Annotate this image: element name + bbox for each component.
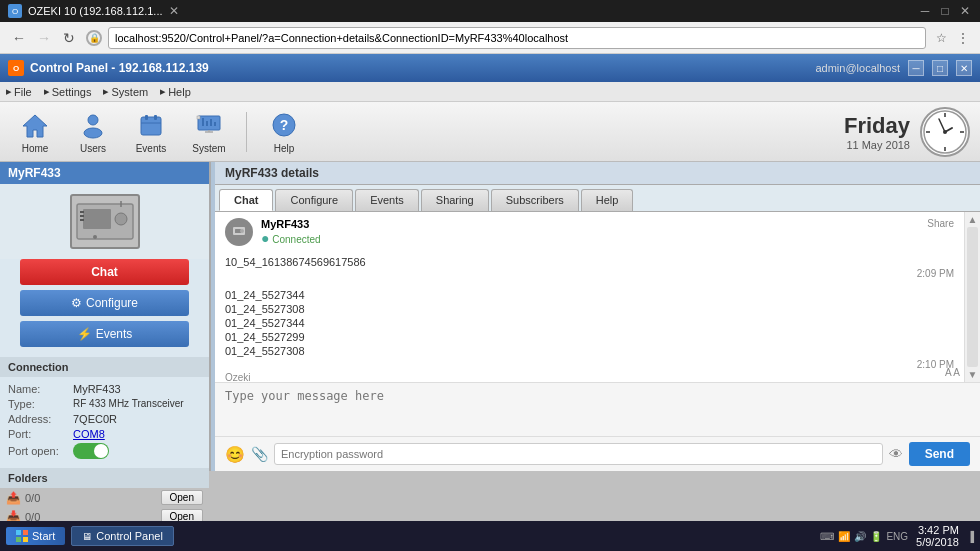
tab-events[interactable]: Events [355,189,419,211]
svg-rect-8 [197,116,200,119]
main-content: MyRF433 Chat ⚙ Configure [0,162,980,471]
clock [920,107,970,157]
toolbar-events-button[interactable]: Events [126,107,176,157]
menu-help[interactable]: ▸ Help [160,85,191,98]
right-panel: MyRF433 details Chat Configure Events Sh… [215,162,980,471]
port-open-label: Port open: [8,445,73,457]
tab-chat[interactable]: Chat [219,189,273,211]
events-button[interactable]: ⚡ Events [20,321,189,347]
font-size-control[interactable]: A A [945,367,960,378]
app-logo: O [8,60,24,76]
svg-rect-36 [16,530,21,535]
toolbar-events-label: Events [136,143,167,154]
menu-system[interactable]: ▸ System [103,85,148,98]
device-icon [70,194,140,249]
outbox-icon: 📤 [6,491,21,505]
attach-button[interactable]: 📎 [251,446,268,462]
chat-messages-wrapper: MyRF433 ● Connected Share 10_54_16138674… [215,212,980,382]
bookmark-icon[interactable]: ☆ [932,29,950,47]
share-button[interactable]: Share [927,218,954,229]
svg-rect-30 [80,211,84,213]
svg-rect-10 [206,121,208,126]
show-desktop-button[interactable]: ▐ [967,531,974,542]
sidebar: MyRF433 Chat ⚙ Configure [0,162,210,471]
toolbar-users-label: Users [80,143,106,154]
chat-input-area: 😊 📎 👁 Send [215,382,980,471]
browser-favicon: O [8,4,22,18]
toolbar-separator [246,112,247,152]
chat-header-msg: MyRF433 ● Connected Share [225,218,954,246]
toolbar-users-button[interactable]: Users [68,107,118,157]
tab-subscribers[interactable]: Subscribers [491,189,579,211]
user-label: admin@localhost [815,62,900,74]
app-minimize-button[interactable]: ─ [908,60,924,76]
configure-icon: ⚙ [71,296,82,310]
address-value: 7QEC0R [73,413,117,425]
svg-rect-12 [214,122,216,126]
port-open-toggle[interactable] [73,443,109,459]
browser-menu-icon[interactable]: ⋮ [954,29,972,47]
close-icon[interactable]: ✕ [958,4,972,18]
tab-sharing[interactable]: Sharing [421,189,489,211]
chat-textarea[interactable] [215,383,980,433]
panel-title: MyRF433 details [215,162,980,185]
browser-bar: ← → ↻ 🔒 ☆ ⋮ [0,22,980,54]
restore-icon[interactable]: □ [938,4,952,18]
address-bar[interactable] [108,27,926,49]
msg-2-text-4: 01_24_5527299 [225,331,954,343]
scroll-up-button[interactable]: ▲ [965,214,980,225]
toolbar-system-button[interactable]: System [184,107,234,157]
toolbar-help-label: Help [274,143,295,154]
taskbar-system-icons: ⌨ 📶 🔊 🔋 ENG [820,531,908,542]
app-close-button[interactable]: ✕ [956,60,972,76]
emoji-button[interactable]: 😊 [225,445,245,464]
msg-2-text-5: 01_24_5527308 [225,345,954,357]
configure-button[interactable]: ⚙ Configure [20,290,189,316]
nav-forward-button[interactable]: → [33,27,55,49]
app-title: Control Panel - 192.168.112.139 [30,61,209,75]
start-button[interactable]: Start [6,527,65,545]
msg-2-text-2: 01_24_5527308 [225,303,954,315]
svg-rect-39 [23,537,28,542]
port-label: Port: [8,428,73,440]
outbox-count: 0/0 [25,492,40,504]
outbox-open-button[interactable]: Open [161,490,203,505]
taskbar: Start 🖥 Control Panel ⌨ 📶 🔊 🔋 ENG 3:42 P… [0,521,980,551]
chat-messages-scroll[interactable]: MyRF433 ● Connected Share 10_54_16138674… [215,212,964,382]
volume-icon: 🔊 [854,531,866,542]
tab-configure[interactable]: Configure [275,189,353,211]
app-restore-button[interactable]: □ [932,60,948,76]
toolbar-help-button[interactable]: ? Help [259,107,309,157]
scroll-down-button[interactable]: ▼ [965,369,980,380]
encryption-input[interactable] [274,443,883,465]
message-2: 01_24_5527344 01_24_5527308 01_24_552734… [225,289,954,370]
connection-props: Name: MyRF433 Type: RF 433 MHz Transceiv… [0,377,209,468]
panel-tabs: Chat Configure Events Sharing Subscriber… [215,185,980,212]
svg-rect-5 [154,115,157,120]
menu-file[interactable]: ▸ File [6,85,32,98]
taskbar-app[interactable]: 🖥 Control Panel [71,526,174,546]
nav-refresh-button[interactable]: ↻ [58,27,80,49]
toolbar-home-button[interactable]: Home [10,107,60,157]
port-value[interactable]: COM8 [73,428,105,440]
msg-2-text-3: 01_24_5527344 [225,317,954,329]
msg-2-text-1: 01_24_5527344 [225,289,954,301]
tab-close-icon[interactable]: ✕ [169,4,179,18]
lang-label: ENG [886,531,908,542]
eye-icon[interactable]: 👁 [889,446,903,462]
tab-help[interactable]: Help [581,189,634,211]
minimize-icon[interactable]: ─ [918,4,932,18]
name-label: Name: [8,383,73,395]
svg-rect-31 [80,215,84,217]
chat-button[interactable]: Chat [20,259,189,285]
svg-rect-3 [141,117,161,135]
send-button[interactable]: Send [909,442,970,466]
app-title-bar: O Control Panel - 192.168.112.139 admin@… [0,54,980,82]
keyboard-icon: ⌨ [820,531,834,542]
nav-back-button[interactable]: ← [8,27,30,49]
connection-avatar [225,218,253,246]
menu-settings[interactable]: ▸ Settings [44,85,92,98]
svg-point-1 [88,115,98,125]
message-2-time: 2:10 PM [225,359,954,370]
svg-rect-11 [210,119,212,126]
